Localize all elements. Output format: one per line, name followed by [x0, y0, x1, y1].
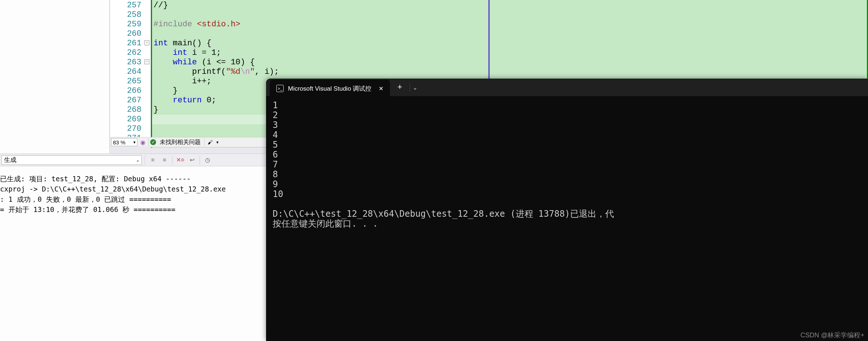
line-number: 270: [110, 124, 141, 134]
code-line[interactable]: [152, 10, 867, 20]
line-number: 260: [110, 29, 141, 39]
separator: [172, 155, 173, 165]
code-line[interactable]: //}: [152, 1, 867, 10]
output-category-combo[interactable]: 生成 ⌄: [1, 155, 142, 165]
line-number: 261: [110, 39, 141, 48]
fold-toggle-icon[interactable]: −: [144, 59, 149, 64]
terminal-output[interactable]: 1 2 3 4 5 6 7 8 9 10 D:\C\C++\test_12_28…: [266, 96, 868, 233]
line-number: 266: [110, 86, 141, 96]
tab-dropdown-button[interactable]: ⌄: [410, 83, 420, 92]
terminal-cmd-icon: >_: [276, 85, 284, 92]
line-number: 258: [110, 10, 141, 20]
solution-explorer-blank: [0, 0, 110, 154]
new-tab-button[interactable]: +: [390, 83, 409, 92]
code-line[interactable]: int i = 1;: [152, 48, 867, 58]
fold-column[interactable]: −−: [144, 0, 151, 148]
code-line[interactable]: printf("%d\n", i);: [152, 67, 867, 77]
output-category-value: 生成: [4, 156, 16, 164]
terminal-tab-bar: >_ Microsoft Visual Studio 调试控 ✕ + ⌄: [266, 79, 868, 96]
line-number: 262: [110, 48, 141, 58]
code-line[interactable]: int main() {: [152, 39, 867, 48]
line-number: 268: [110, 105, 141, 115]
terminal-window[interactable]: >_ Microsoft Visual Studio 调试控 ✕ + ⌄ 1 2…: [266, 79, 868, 341]
dropdown-icon: ⌄: [136, 158, 141, 163]
wrap-icon[interactable]: ↩: [187, 155, 197, 165]
line-number: 264: [110, 67, 141, 77]
clear-icon[interactable]: ✕≡: [175, 155, 185, 165]
indent-right-icon[interactable]: ≡: [160, 155, 169, 165]
fold-toggle-icon[interactable]: −: [144, 40, 149, 45]
separator: [145, 155, 145, 165]
dropdown-icon[interactable]: ▼: [216, 140, 219, 144]
line-number: 259: [110, 20, 141, 29]
separator: [204, 138, 205, 146]
dropdown-icon: ▼: [133, 140, 137, 144]
line-number: 263: [110, 58, 141, 67]
code-line[interactable]: while (i <= 10) {: [152, 58, 867, 67]
clock-icon[interactable]: ◷: [203, 155, 212, 165]
line-number: 269: [110, 115, 141, 124]
line-number: 257: [110, 1, 141, 10]
brush-icon[interactable]: [206, 138, 214, 146]
check-icon: ✓: [150, 139, 156, 145]
code-line[interactable]: #include <stdio.h>: [152, 20, 867, 29]
code-line[interactable]: [152, 29, 867, 39]
issues-text[interactable]: 未找到相关问题: [158, 139, 203, 146]
terminal-tab-title: Microsoft Visual Studio 调试控: [288, 84, 371, 93]
intellisense-icon[interactable]: ◉: [139, 138, 147, 146]
terminal-tab[interactable]: >_ Microsoft Visual Studio 调试控 ✕: [270, 80, 390, 97]
indent-left-icon[interactable]: ≡: [148, 155, 158, 165]
line-number: 265: [110, 77, 141, 86]
line-number: 267: [110, 96, 141, 105]
zoom-level-combo[interactable]: 83 % ▼: [111, 138, 137, 146]
close-icon[interactable]: ✕: [376, 85, 383, 92]
line-number-gutter: 2572582592602612622632642652662672682692…: [110, 0, 144, 148]
zoom-value: 83 %: [113, 139, 125, 145]
separator: [148, 138, 149, 146]
separator: [200, 155, 200, 165]
watermark: CSDN @林采学编程+: [800, 331, 864, 340]
